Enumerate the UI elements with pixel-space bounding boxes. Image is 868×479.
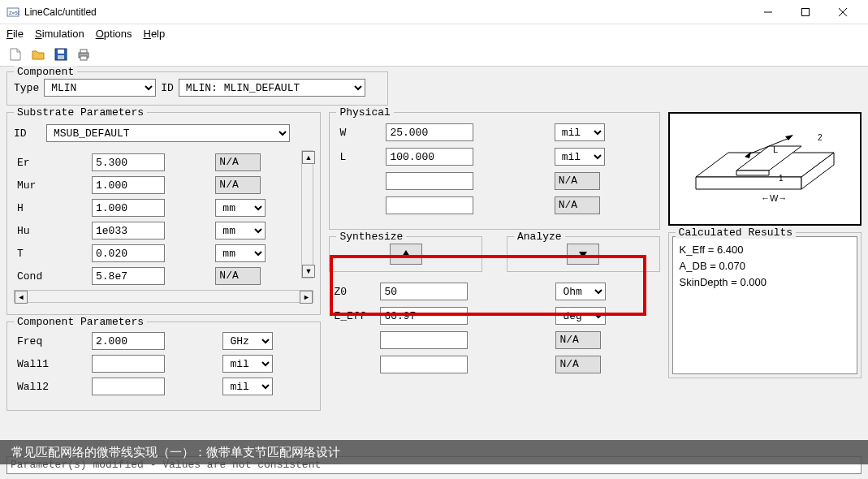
hu-input[interactable]	[92, 222, 165, 240]
caption-overlay: 常见匹配网络的微带线实现（一）：微带单支节匹配网络设计	[0, 440, 868, 464]
table-row: MurN/A	[15, 175, 300, 196]
synthesize-box: Synthesize	[329, 236, 482, 272]
id-select[interactable]: MLIN: MLIN_DEFAULT	[179, 79, 365, 97]
l-input[interactable]	[386, 148, 473, 166]
table-row: N/A	[332, 353, 656, 376]
close-button[interactable]	[824, 0, 862, 24]
results-box: K_Eff = 6.400 A_DB = 0.070 SkinDepth = 0…	[672, 236, 857, 374]
w-input[interactable]	[386, 123, 473, 141]
physical-fieldset: Physical Wmil Lmil N/A N/A	[329, 112, 659, 230]
eeff-unit[interactable]: deg	[555, 307, 606, 325]
toolbar	[0, 42, 868, 67]
synthesize-legend: Synthesize	[336, 231, 406, 243]
electrical-table: Z0Ohm E_Effdeg N/A N/A	[330, 278, 658, 378]
app-icon: Z=50	[6, 6, 19, 19]
substrate-table: ErN/A MurN/A Hmm Humm Tmm CondN/A	[14, 150, 301, 288]
open-icon[interactable]	[29, 45, 47, 63]
l-unit[interactable]: mil	[555, 148, 605, 166]
table-row: Wall2mil	[15, 376, 312, 397]
results-legend: Calculated Results	[676, 227, 796, 239]
scroll-right-icon[interactable]: ►	[300, 291, 313, 304]
wall1-unit[interactable]: mil	[222, 355, 273, 373]
phys-row3-input	[386, 172, 473, 190]
synthesize-button[interactable]	[390, 244, 422, 265]
wall2-input[interactable]	[92, 378, 165, 395]
mur-input[interactable]	[92, 176, 165, 194]
substrate-id-select[interactable]: MSUB_DEFAULT	[46, 124, 290, 142]
table-row: FreqGHz	[15, 330, 312, 352]
print-icon[interactable]	[75, 45, 93, 63]
component-params-legend: Component Parameters	[14, 316, 147, 328]
h-input[interactable]	[92, 199, 165, 217]
elec-row4-input	[380, 356, 468, 373]
z0-unit[interactable]: Ohm	[555, 283, 606, 300]
substrate-id-label: ID	[14, 127, 41, 140]
scrollbar-horizontal[interactable]: ◄ ►	[14, 290, 313, 303]
hu-unit[interactable]: mm	[215, 222, 266, 240]
menu-bar: File Simulation Options Help	[0, 24, 868, 42]
wall2-unit[interactable]: mil	[222, 378, 273, 395]
eeff-input[interactable]	[380, 307, 468, 325]
result-line: K_Eff = 6.400	[680, 242, 850, 258]
cond-input[interactable]	[92, 267, 165, 285]
scroll-down-icon[interactable]: ▼	[302, 265, 315, 278]
analyze-button[interactable]	[567, 244, 599, 265]
phys-row4-unit: N/A	[555, 196, 600, 214]
table-row: Lmil	[338, 145, 650, 168]
results-fieldset: Calculated Results K_Eff = 6.400 A_DB = …	[668, 232, 862, 378]
scrollbar-vertical[interactable]: ▲ ▼	[301, 150, 313, 278]
scroll-up-icon[interactable]: ▲	[302, 151, 315, 164]
table-row: Hmm	[15, 197, 300, 218]
z0-input[interactable]	[380, 283, 468, 300]
table-row: ErN/A	[15, 152, 300, 173]
table-row: N/A	[338, 170, 650, 192]
table-row: Wall1mil	[15, 353, 312, 374]
t-unit[interactable]: mm	[215, 244, 266, 262]
svg-text:Z=50: Z=50	[9, 11, 19, 15]
svg-rect-8	[58, 55, 64, 59]
elec-row4-unit: N/A	[555, 356, 601, 373]
analyze-box: Analyze	[507, 236, 660, 272]
er-input[interactable]	[92, 153, 165, 171]
menu-simulation[interactable]: Simulation	[35, 28, 84, 40]
menu-help[interactable]: Help	[144, 28, 166, 40]
er-unit: N/A	[215, 153, 261, 171]
phys-row4-input	[386, 196, 473, 214]
wall1-input[interactable]	[92, 355, 165, 373]
arrow-down-icon	[577, 248, 589, 260]
svg-text:1: 1	[779, 174, 784, 183]
physical-legend: Physical	[336, 106, 393, 119]
minimize-button[interactable]	[749, 0, 787, 24]
component-params-fieldset: Component Parameters FreqGHz Wall1mil Wa…	[6, 321, 321, 411]
svg-rect-7	[58, 50, 64, 54]
t-input[interactable]	[92, 244, 165, 262]
h-unit[interactable]: mm	[215, 199, 266, 217]
type-select[interactable]: MLIN	[44, 79, 156, 97]
svg-text:L: L	[773, 145, 778, 154]
table-row: N/A	[338, 194, 650, 217]
maximize-button[interactable]	[787, 0, 824, 24]
substrate-legend: Substrate Parameters	[14, 106, 147, 119]
result-line: A_DB = 0.070	[680, 258, 850, 274]
type-label: Type	[14, 82, 39, 94]
table-row: CondN/A	[15, 265, 300, 287]
scroll-left-icon[interactable]: ◄	[15, 291, 28, 304]
electrical-area: Z0Ohm E_Effdeg N/A N/A	[329, 274, 659, 387]
svg-rect-11	[80, 56, 87, 60]
window-title: LineCalc/untitled	[24, 6, 749, 18]
menu-file[interactable]: File	[6, 28, 24, 40]
freq-unit[interactable]: GHz	[222, 332, 273, 350]
cond-unit: N/A	[215, 267, 261, 285]
table-row: N/A	[332, 329, 656, 352]
w-unit[interactable]: mil	[555, 123, 605, 141]
menu-options[interactable]: Options	[96, 28, 132, 40]
new-icon[interactable]	[6, 45, 24, 63]
elec-row3-input	[380, 331, 468, 349]
table-row: Wmil	[338, 121, 650, 144]
table-row: Humm	[15, 220, 300, 241]
component-fieldset: Component Type MLIN ID MLIN: MLIN_DEFAUL…	[6, 71, 388, 106]
save-icon[interactable]	[52, 45, 70, 63]
freq-input[interactable]	[92, 332, 165, 350]
physical-table: Wmil Lmil N/A N/A	[336, 119, 652, 218]
arrow-up-icon	[400, 248, 412, 260]
